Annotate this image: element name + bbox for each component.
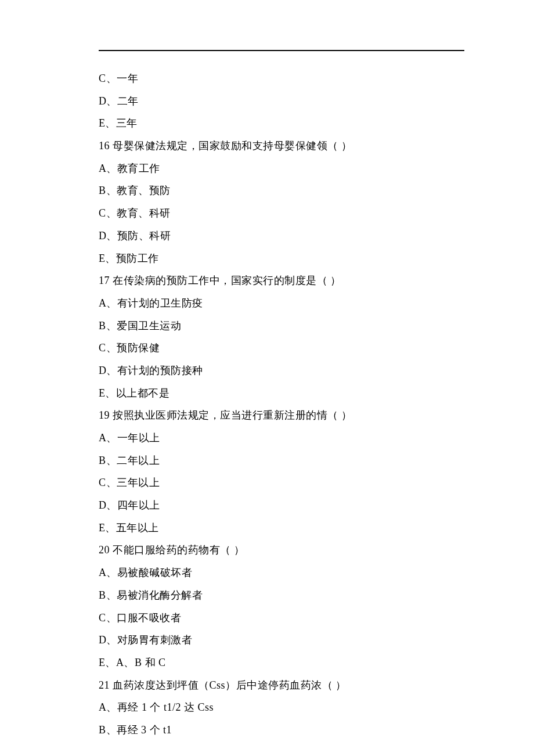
text-line: A、教育工作 [99, 157, 464, 180]
text-line: 16 母婴保健法规定，国家鼓励和支持母婴保健领（ ） [99, 135, 464, 157]
text-line: E、以上都不是 [99, 382, 464, 405]
text-line: D、预防、科研 [99, 225, 464, 247]
text-line: D、有计划的预防接种 [99, 359, 464, 382]
text-line: 19 按照执业医师法规定，应当进行重新注册的情（ ） [99, 404, 464, 427]
text-line: C、口服不吸收者 [99, 607, 464, 629]
text-line: B、再经 3 个 t1 [99, 719, 464, 741]
text-line: D、二年 [99, 90, 464, 113]
text-line: 20 不能口服给药的药物有（ ） [99, 539, 464, 561]
text-line: A、易被酸碱破坏者 [99, 561, 464, 584]
text-line: D、四年以上 [99, 494, 464, 517]
text-line: C、一年 [99, 67, 464, 90]
page: C、一年 D、二年 E、三年 16 母婴保健法规定，国家鼓励和支持母婴保健领（ … [0, 50, 534, 756]
text-line: E、三年 [99, 112, 464, 135]
text-line: E、五年以上 [99, 517, 464, 539]
text-line: B、二年以上 [99, 449, 464, 472]
text-line: C、教育、科研 [99, 202, 464, 225]
text-line: C、预防保健 [99, 337, 464, 359]
text-line: B、教育、预防 [99, 179, 464, 202]
text-line: A、再经 1 个 t1/2 达 Css [99, 696, 464, 719]
horizontal-rule [99, 50, 464, 51]
text-line: 21 血药浓度达到坪值（Css）后中途停药血药浓（ ） [99, 674, 464, 697]
text-line: B、易被消化酶分解者 [99, 584, 464, 607]
text-line: B、爱国卫生运动 [99, 315, 464, 337]
text-line: E、预防工作 [99, 247, 464, 270]
text-line: A、有计划的卫生防疫 [99, 292, 464, 315]
text-line: A、一年以上 [99, 427, 464, 449]
text-line: 17 在传染病的预防工作中，国家实行的制度是（ ） [99, 269, 464, 292]
text-line: E、A、B 和 C [99, 651, 464, 674]
text-line: C、三年以上 [99, 471, 464, 494]
text-line: D、对肠胃有刺激者 [99, 629, 464, 651]
